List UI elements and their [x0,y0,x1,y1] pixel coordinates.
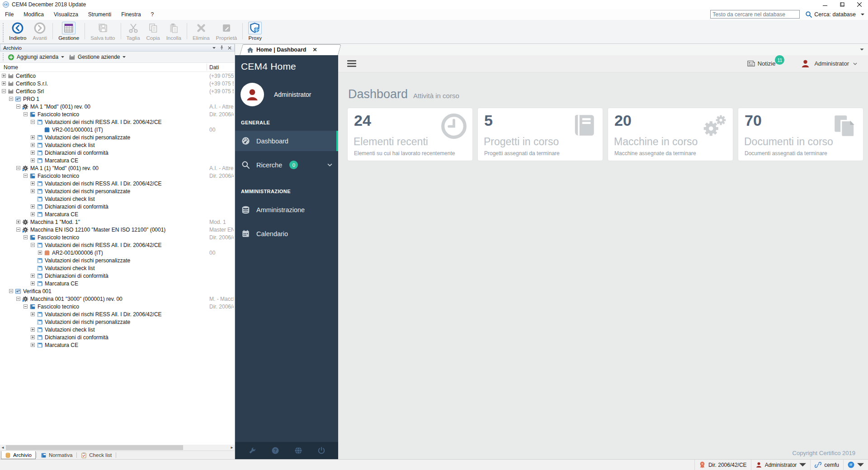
avatar[interactable] [241,83,264,106]
tree-row[interactable]: Marcatura CE [0,210,235,218]
toolbar-grip[interactable] [2,23,5,42]
tree-row[interactable]: Dichiarazioni di conformità [0,333,235,341]
tree-row[interactable]: Valutazioni dei rischi personalizzate [0,133,235,141]
user-block[interactable]: Administrator [241,83,338,106]
panel-tab-archivio[interactable]: Archivio [1,451,36,459]
scrollbar-thumb[interactable] [6,445,183,450]
panel-menu-button[interactable] [212,47,216,49]
toolbar-avanti[interactable]: Avanti [29,21,50,41]
user-menu[interactable]: Administrator [801,59,857,68]
tree-expander-icon[interactable] [31,158,35,162]
tree-expander-icon[interactable] [38,251,42,255]
tree-expander-icon[interactable] [16,220,20,224]
minimize-button[interactable] [816,0,834,9]
tab-list-dropdown-icon[interactable] [860,48,864,51]
tree-row[interactable]: Marcatura CE [0,341,235,349]
search-input[interactable] [710,10,800,19]
tree-expander-icon[interactable] [31,274,35,278]
menu-visualizza[interactable]: Visualizza [49,9,83,19]
tree-row[interactable]: MA 1 "Mod" (001) rev. 00A.I. - Attre [0,103,235,110]
close-panel-icon[interactable] [228,46,231,50]
tree-row[interactable]: PRO 1 [0,95,235,103]
tree-expander-icon[interactable] [31,343,35,347]
tree-row[interactable]: Valutazioni dei rischi personalizzate [0,318,235,326]
dashboard-card-progetti-in-corso[interactable]: 5Progetti in corsoProgetti assegnati da … [477,108,603,161]
tree-row[interactable]: Valutazioni dei rischi personalizzate [0,256,235,264]
toolbar-gestione[interactable]: Gestione [55,21,82,41]
tree-expander-icon[interactable] [2,74,6,78]
menu-strumenti[interactable]: Strumenti [83,9,116,19]
tree-row[interactable]: Fascicolo tecnicoDir. 2006/4 [0,303,235,310]
help-icon[interactable]: ? [271,446,279,455]
tree-row[interactable]: Macchina 1 "Mod. 1"Mod. 1 [0,218,235,226]
toolbar-propriet[interactable]: Proprietà [213,21,241,41]
tree-expander-icon[interactable] [31,243,35,247]
tree-row[interactable]: Certifico(+39 07559 [0,72,235,80]
menu-file[interactable]: File [0,9,19,19]
tree-row[interactable]: AR2-001/000006 (IT)00 [0,249,235,256]
chevron-down-icon[interactable] [327,163,332,166]
tree-row[interactable]: Fascicolo tecnicoDir. 2006/4 [0,172,235,180]
maximize-button[interactable] [834,0,851,9]
scroll-left-icon[interactable]: ◄ [0,445,5,451]
sidebar-item-amministrazione[interactable]: Amministrazione [235,199,338,220]
column-header-nome[interactable]: Nome [0,64,18,71]
column-header-dati[interactable]: Dati [209,64,219,71]
gestione-aziende-button[interactable]: Gestione aziende [67,53,122,62]
tree-row[interactable]: Valutazioni dei rischi personalizzate [0,187,235,195]
tree-expander-icon[interactable] [31,312,35,316]
toolbar-elimina[interactable]: Elimina [189,21,213,41]
statusbar-administrator[interactable]: Administrator [751,460,811,470]
tree-expander-icon[interactable] [31,212,35,216]
sidebar-item-dashboard[interactable]: Dashboard [235,131,338,151]
dashboard-card-elementi-recenti[interactable]: 24Elementi recentiElementi su cui hai la… [347,108,473,161]
statusbar-cemfu[interactable]: cemfu [810,460,843,470]
toolbar-proxy[interactable]: Proxy [245,21,265,41]
tree-expander-icon[interactable] [31,328,35,332]
tree-expander-icon[interactable] [24,304,28,309]
statusbar-it-circle[interactable]: IT [843,460,868,470]
menu-modifica[interactable]: Modifica [19,9,49,19]
statusbar-dir-2006-42-ce[interactable]: Dir. 2006/42/CE [694,460,751,470]
tab-home-dashboard[interactable]: Home | Dashboard ✕ [240,44,338,55]
pin-icon[interactable] [220,45,224,50]
tree-expander-icon[interactable] [24,235,28,239]
tree-row[interactable]: Dichiarazioni di conformità [0,149,235,157]
tree-expander-icon[interactable] [31,281,35,285]
horizontal-scrollbar[interactable]: ◄ ► [0,445,235,451]
tree-expander-icon[interactable] [24,174,28,178]
tab-close-icon[interactable]: ✕ [312,47,317,53]
tree-expander-icon[interactable] [24,112,28,116]
chevron-down-icon[interactable] [61,56,64,58]
tree-row[interactable]: Valutazioni check list [0,326,235,333]
column-divider[interactable] [207,64,207,71]
toolbar-indietro[interactable]: Indietro [6,21,29,41]
tree-expander-icon[interactable] [31,151,35,155]
tree-row[interactable]: Valutazioni dei rischi RESS All. I Dir. … [0,241,235,249]
tree-row[interactable]: Certifico Srl(+39 075 59 [0,87,235,95]
panel-tab-check-list[interactable]: Check list [77,451,115,459]
close-button[interactable] [851,0,868,9]
tree-row[interactable]: Dichiarazioni di conformità [0,203,235,210]
tree-row[interactable]: Valutazioni dei rischi RESS All. I Dir. … [0,118,235,126]
tree-row[interactable]: Valutazioni dei rischi RESS All. I Dir. … [0,310,235,318]
power-icon[interactable] [317,446,326,455]
tree-row[interactable]: Dichiarazioni di conformità [0,272,235,280]
search-database-button[interactable]: Cerca: database [805,11,864,18]
news-button[interactable]: Notizie 11 [747,60,776,67]
tree-expander-icon[interactable] [31,143,35,147]
tree-row[interactable]: VR2-001/000001 (IT)00 [0,126,235,133]
aggiungi-azienda-button[interactable]: Aggiungi azienda [6,53,60,62]
tree-expander-icon[interactable] [31,335,35,339]
sidebar-item-ricerche[interactable]: Ricerche0 [235,155,338,175]
tree-expander-icon[interactable] [16,228,20,232]
tree-row[interactable]: Valutazioni check list [0,264,235,272]
dashboard-card-macchine-in-corso[interactable]: 20Macchine in corsoMacchine assegnate da… [608,108,733,161]
globe-icon[interactable] [294,446,302,455]
tree-row[interactable]: Marcatura CE [0,157,235,164]
menu-item[interactable]: ? [146,9,159,19]
tree-row[interactable]: Fascicolo tecnicoDir. 2006/4 [0,110,235,118]
toolbar-salva-tutto[interactable]: Salva tutto [87,21,118,41]
dashboard-card-documenti-in-corso[interactable]: 70Documenti in corsoDocumenti assegnati … [738,108,863,161]
archive-toolbar-grip[interactable] [2,53,5,61]
